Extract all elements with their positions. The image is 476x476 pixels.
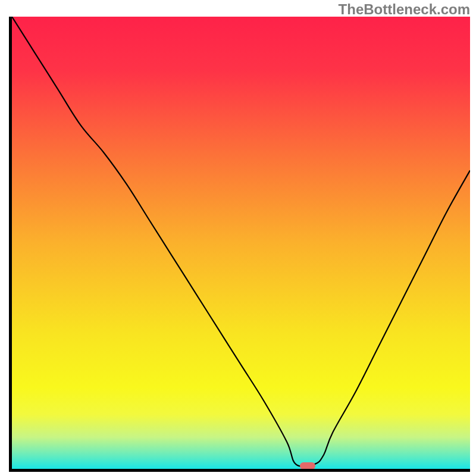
plot-area bbox=[9, 17, 470, 472]
background-gradient bbox=[12, 17, 470, 469]
chart-container: TheBottleneck.com bbox=[0, 0, 476, 476]
svg-rect-0 bbox=[12, 17, 470, 469]
watermark-text: TheBottleneck.com bbox=[339, 1, 470, 18]
minimum-marker bbox=[300, 462, 315, 469]
